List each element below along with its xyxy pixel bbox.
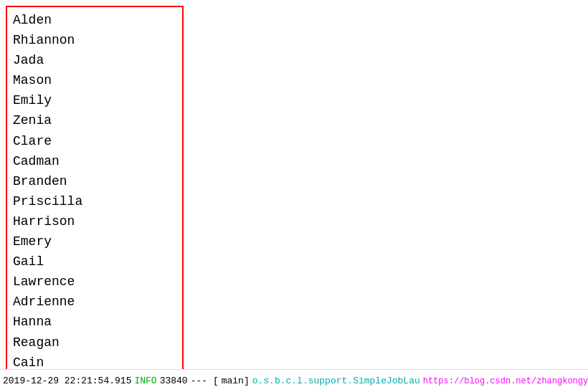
status-timestamp: 2019-12-29 22:21:54.915	[3, 376, 131, 386]
list-item: Clare	[13, 131, 176, 151]
status-thread: main]	[222, 376, 250, 386]
list-item: Zenia	[13, 110, 176, 130]
list-item: Lawrence	[13, 272, 176, 292]
status-level: INFO	[134, 376, 156, 386]
status-url: https://blog.csdn.net/zhangkongyi420	[423, 376, 588, 386]
status-pid: 33840	[160, 376, 188, 386]
list-item: Cadman	[13, 151, 176, 171]
list-item: Emily	[13, 90, 176, 110]
list-item: Emery	[13, 231, 176, 252]
main-area: AldenRhiannonJadaMasonEmilyZeniaClareCad…	[0, 0, 588, 392]
list-item: Mason	[13, 70, 176, 90]
list-item: Gail	[13, 252, 176, 272]
list-item: Priscilla	[13, 191, 176, 211]
list-item: Adrienne	[13, 292, 176, 312]
list-item: Jada	[13, 50, 176, 70]
status-bar: 2019-12-29 22:21:54.915 INFO 33840 --- […	[0, 369, 588, 392]
list-item: Rhiannon	[13, 30, 176, 50]
list-item: Hanna	[13, 312, 176, 332]
status-class: o.s.b.c.l.support.SimpleJobLau	[252, 376, 420, 386]
list-item: Harrison	[13, 211, 176, 231]
list-item: Reagan	[13, 333, 176, 353]
name-list-container: AldenRhiannonJadaMasonEmilyZeniaClareCad…	[6, 6, 184, 377]
list-item: Branden	[13, 171, 176, 191]
status-separator: --- [	[191, 376, 219, 386]
list-item: Alden	[13, 10, 176, 30]
